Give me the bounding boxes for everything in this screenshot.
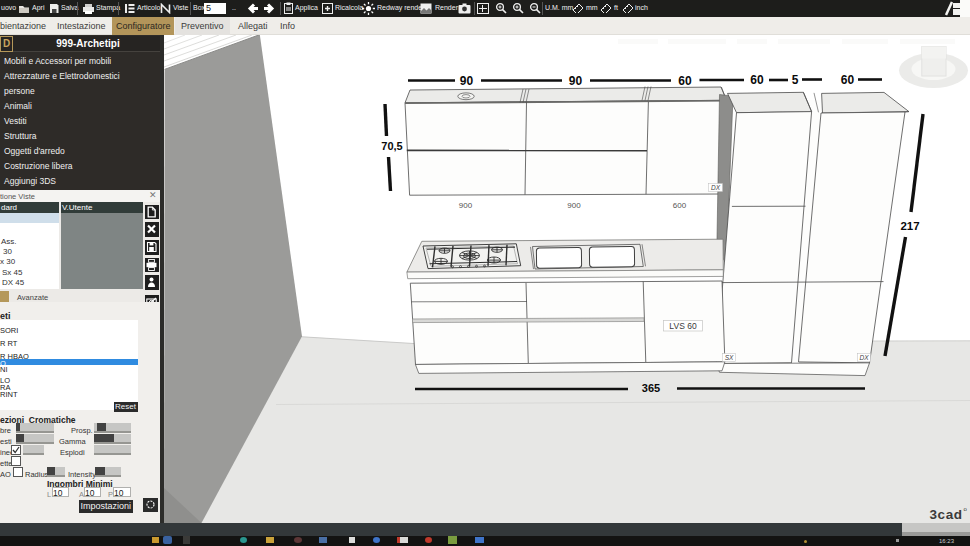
svg-text:600: 600 (673, 201, 687, 210)
svg-text:217: 217 (900, 220, 919, 232)
svg-text:70,5: 70,5 (381, 140, 402, 152)
svg-text:900: 900 (459, 201, 473, 210)
svg-text:60: 60 (678, 74, 692, 88)
svg-text:DX: DX (859, 354, 869, 361)
svg-text:DX: DX (711, 184, 721, 191)
svg-text:60: 60 (841, 73, 855, 87)
svg-text:365: 365 (642, 382, 660, 394)
svg-text:LVS 60: LVS 60 (669, 321, 697, 331)
svg-text:900: 900 (567, 201, 581, 210)
svg-text:3cad: 3cad (930, 507, 963, 522)
svg-text:60: 60 (750, 73, 764, 87)
svg-text:SX: SX (725, 354, 734, 361)
svg-text:90: 90 (569, 74, 583, 88)
svg-text:90: 90 (460, 74, 474, 88)
svg-text:5: 5 (792, 73, 799, 87)
